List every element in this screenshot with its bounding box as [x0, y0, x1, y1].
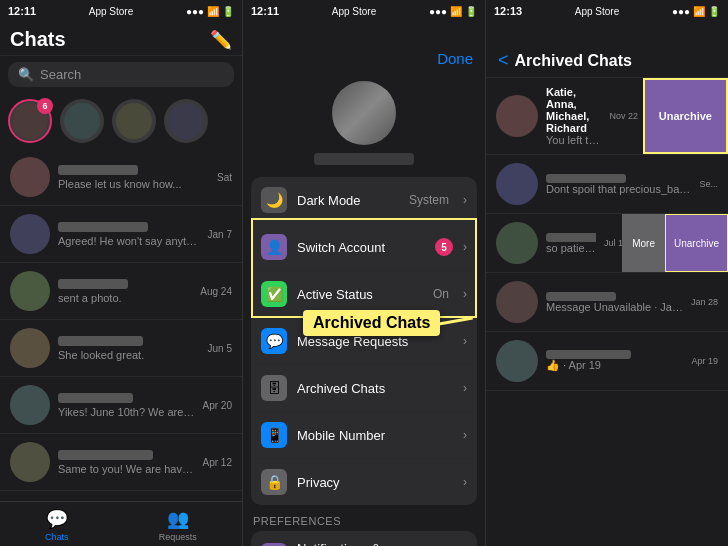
chevron-mobile-number: › [463, 428, 467, 442]
chat-time-6: Apr 12 [203, 457, 232, 468]
chat-avatar-4 [10, 328, 50, 368]
archived-name-3 [546, 233, 596, 242]
chat-preview-1: Please let us know how... [58, 178, 209, 190]
archived-time-4: Jan 28 [691, 297, 718, 307]
chat-preview-4: She looked great. [58, 349, 200, 361]
new-chat-icon[interactable]: ✏️ [210, 29, 232, 51]
unarchive-button-1[interactable]: Unarchive [643, 78, 728, 154]
chat-time-3: Aug 24 [200, 286, 232, 297]
archived-item-3-row: so patient. Thank you.... · Jul 17 Jul 1… [486, 214, 728, 273]
archived-item-5[interactable]: 👍 · Apr 19 Apr 19 [486, 332, 728, 391]
settings-item-privacy[interactable]: 🔒 Privacy › [251, 459, 477, 505]
switch-account-badge: 5 [435, 238, 453, 256]
carrier-3: App Store [575, 6, 619, 17]
tab-requests[interactable]: 👥 Requests [159, 508, 197, 542]
tab-requests-label: Requests [159, 532, 197, 542]
chat-item-3[interactable]: sent a photo. Aug 24 [0, 263, 242, 320]
chat-avatar-2 [10, 214, 50, 254]
archived-avatar-3 [496, 222, 538, 264]
settings-item-notifications[interactable]: 🔔 Notifications & Sounds Off › [251, 531, 477, 546]
chat-item-6[interactable]: Same to you! We are having... Apr 12 [0, 434, 242, 491]
chat-item-5[interactable]: Yikes! June 10th? We are ex... Apr 20 [0, 377, 242, 434]
settings-item-archived-chats[interactable]: 🗄 Archived Chats › [251, 365, 477, 412]
chat-time-4: Jun 5 [208, 343, 232, 354]
archived-avatar-4 [496, 281, 538, 323]
switch-account-label: Switch Account [297, 240, 425, 255]
search-icon: 🔍 [18, 67, 34, 82]
status-bar-2: 12:11 App Store ●●● 📶 🔋 [243, 0, 485, 22]
story-item-2[interactable] [60, 99, 104, 143]
notifications-label: Notifications & Sounds [297, 541, 423, 546]
message-requests-icon: 💬 [261, 328, 287, 354]
done-button[interactable]: Done [437, 50, 473, 67]
archived-time-2: Se... [699, 179, 718, 189]
archived-title: Archived Chats [515, 52, 632, 70]
chat-avatar-3 [10, 271, 50, 311]
chat-name-4 [58, 336, 143, 346]
settings-panel: 12:11 App Store ●●● 📶 🔋 Done 🌙 Dark Mode… [243, 0, 486, 546]
stories-row: 6 [0, 93, 242, 149]
chat-preview-6: Same to you! We are having... [58, 463, 195, 475]
archived-name-5 [546, 350, 631, 359]
archived-time-1: Nov 22 [609, 111, 638, 121]
dark-mode-label: Dark Mode [297, 193, 399, 208]
settings-item-mobile-number[interactable]: 📱 Mobile Number › [251, 412, 477, 459]
archived-item-4[interactable]: Message Unavailable · Jan 28 Jan 28 [486, 273, 728, 332]
chevron-privacy: › [463, 475, 467, 489]
chat-preview-3: sent a photo. [58, 292, 192, 304]
chat-name-3 [58, 279, 128, 289]
chat-time-1: Sat [217, 172, 232, 183]
chat-item-1[interactable]: Please let us know how... Sat [0, 149, 242, 206]
time-1: 12:11 [8, 5, 36, 17]
story-badge-1: 6 [37, 98, 53, 114]
chevron-message-requests: › [463, 334, 467, 348]
chat-list: Please let us know how... Sat Agreed! He… [0, 149, 242, 491]
archived-preview-1: You left the group. · Nov 22 [546, 134, 601, 146]
story-item-3[interactable] [112, 99, 156, 143]
story-item-4[interactable] [164, 99, 208, 143]
profile-avatar [332, 81, 396, 145]
search-bar[interactable]: 🔍 Search [8, 62, 234, 87]
archived-header: < Archived Chats [486, 22, 728, 78]
chevron-active-status: › [463, 287, 467, 301]
archived-name-4 [546, 292, 616, 301]
preferences-header: PREFERENCES [243, 505, 485, 531]
unarchive-button-3[interactable]: Unarchive [665, 214, 728, 272]
time-3: 12:13 [494, 5, 522, 17]
chevron-archived-chats: › [463, 381, 467, 395]
chat-avatar-6 [10, 442, 50, 482]
chat-item-4[interactable]: She looked great. Jun 5 [0, 320, 242, 377]
chevron-switch-account: › [463, 240, 467, 254]
active-status-label: Active Status [297, 287, 423, 302]
back-button[interactable]: < [498, 50, 509, 71]
tab-chats[interactable]: 💬 Chats [45, 508, 69, 542]
tab-bar: 💬 Chats 👥 Requests [0, 501, 242, 546]
archived-item-2[interactable]: Dont spoil that precious_baby... Se... [486, 155, 728, 214]
signal-icons-2: ●●● 📶 🔋 [429, 6, 477, 17]
chats-header: Chats ✏️ [0, 22, 242, 56]
privacy-label: Privacy [297, 475, 453, 490]
more-button-3[interactable]: More [622, 214, 665, 272]
privacy-icon: 🔒 [261, 469, 287, 495]
story-item-1[interactable]: 6 [8, 99, 52, 143]
chat-item-2[interactable]: Agreed! He won't say anything... Jan 7 [0, 206, 242, 263]
settings-header: Done [243, 22, 485, 73]
archived-preview-5: 👍 · Apr 19 [546, 359, 683, 372]
chat-time-2: Jan 7 [208, 229, 232, 240]
mobile-number-icon: 📱 [261, 422, 287, 448]
archived-avatar-5 [496, 340, 538, 382]
settings-list: 🌙 Dark Mode System › 👤 Switch Account 5 … [243, 177, 485, 505]
switch-account-icon: 👤 [261, 234, 287, 260]
profile-name [314, 153, 414, 165]
settings-item-dark-mode[interactable]: 🌙 Dark Mode System › [251, 177, 477, 224]
chat-name-6 [58, 450, 153, 460]
tab-chats-label: Chats [45, 532, 69, 542]
archived-chats-label: Archived Chats [297, 381, 453, 396]
time-2: 12:11 [251, 5, 279, 17]
mobile-number-label: Mobile Number [297, 428, 453, 443]
signal-icons-3: ●●● 📶 🔋 [672, 6, 720, 17]
profile-section [243, 73, 485, 177]
settings-item-switch-account[interactable]: 👤 Switch Account 5 › [251, 224, 477, 271]
archived-item-1[interactable]: Katie, Anna, Michael, Richard You left t… [486, 78, 728, 155]
archived-avatar-1 [496, 95, 538, 137]
